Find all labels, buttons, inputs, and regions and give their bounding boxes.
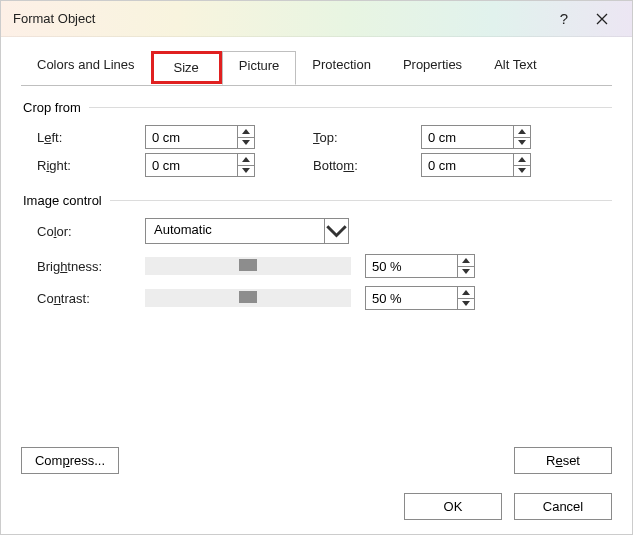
chevron-up-icon <box>518 157 526 162</box>
brightness-label: Brightness: <box>37 259 145 274</box>
dialog-content: Colors and Lines Size Picture Protection… <box>1 37 632 534</box>
divider <box>110 200 612 201</box>
chevron-down-icon <box>325 224 348 238</box>
dialog-title: Format Object <box>13 11 546 26</box>
brightness-slider[interactable] <box>145 257 351 275</box>
crop-row-2: Right: Bottom: <box>21 153 612 177</box>
color-select[interactable]: Automatic <box>145 218 349 244</box>
brightness-slider-thumb[interactable] <box>239 259 257 271</box>
chevron-up-icon <box>242 129 250 134</box>
bottom-spinner[interactable] <box>421 153 531 177</box>
bottom-button-row: Compress... Reset <box>21 447 612 474</box>
ok-button[interactable]: OK <box>404 493 502 520</box>
left-spinner[interactable] <box>145 125 255 149</box>
chevron-down-icon <box>242 140 250 145</box>
contrast-spin-buttons <box>457 287 474 309</box>
top-input[interactable] <box>422 126 513 148</box>
brightness-input[interactable] <box>366 255 457 277</box>
contrast-slider-thumb[interactable] <box>239 291 257 303</box>
tab-panel: Crop from Left: Top: <box>21 85 612 310</box>
chevron-down-icon <box>462 269 470 274</box>
bottom-input[interactable] <box>422 154 513 176</box>
help-button[interactable]: ? <box>546 5 582 33</box>
right-label: Right: <box>37 158 145 173</box>
color-select-toggle[interactable] <box>324 219 348 243</box>
tab-size[interactable]: Size <box>154 54 219 81</box>
tab-picture[interactable]: Picture <box>222 51 296 85</box>
contrast-spinner[interactable] <box>365 286 475 310</box>
size-tab-highlight: Size <box>151 51 222 84</box>
dialog-footer: OK Cancel <box>404 493 612 520</box>
tab-colors-and-lines[interactable]: Colors and Lines <box>21 51 151 84</box>
brightness-spin-buttons <box>457 255 474 277</box>
left-spin-buttons <box>237 126 254 148</box>
top-spinner[interactable] <box>421 125 531 149</box>
top-label: Top: <box>313 130 421 145</box>
divider <box>89 107 612 108</box>
bottom-label: Bottom: <box>313 158 421 173</box>
cancel-button[interactable]: Cancel <box>514 493 612 520</box>
brightness-row: Brightness: <box>21 254 612 278</box>
tab-strip: Colors and Lines Size Picture Protection… <box>21 51 632 85</box>
top-spin-up[interactable] <box>514 126 530 138</box>
tab-properties[interactable]: Properties <box>387 51 478 84</box>
chevron-down-icon <box>242 168 250 173</box>
left-spin-down[interactable] <box>238 138 254 149</box>
left-spin-up[interactable] <box>238 126 254 138</box>
chevron-up-icon <box>518 129 526 134</box>
group-crop-from: Crop from <box>23 100 612 115</box>
right-spinner[interactable] <box>145 153 255 177</box>
close-icon <box>596 13 608 25</box>
crop-row-1: Left: Top: <box>21 125 612 149</box>
group-crop-from-label: Crop from <box>23 100 81 115</box>
group-image-control-label: Image control <box>23 193 102 208</box>
contrast-label: Contrast: <box>37 291 145 306</box>
contrast-spin-up[interactable] <box>458 287 474 299</box>
brightness-spin-down[interactable] <box>458 267 474 278</box>
tab-alt-text[interactable]: Alt Text <box>478 51 552 84</box>
color-label: Color: <box>37 224 145 239</box>
close-button[interactable] <box>582 5 622 33</box>
left-label: Left: <box>37 130 145 145</box>
title-bar: Format Object ? <box>1 1 632 37</box>
chevron-up-icon <box>242 157 250 162</box>
chevron-up-icon <box>462 290 470 295</box>
contrast-spin-down[interactable] <box>458 299 474 310</box>
top-spin-down[interactable] <box>514 138 530 149</box>
chevron-up-icon <box>462 258 470 263</box>
chevron-down-icon <box>518 168 526 173</box>
right-spin-up[interactable] <box>238 154 254 166</box>
bottom-spin-buttons <box>513 154 530 176</box>
bottom-spin-down[interactable] <box>514 166 530 177</box>
right-input[interactable] <box>146 154 237 176</box>
tab-protection[interactable]: Protection <box>296 51 387 84</box>
reset-button[interactable]: Reset <box>514 447 612 474</box>
right-spin-buttons <box>237 154 254 176</box>
contrast-input[interactable] <box>366 287 457 309</box>
color-row: Color: Automatic <box>21 218 612 244</box>
top-spin-buttons <box>513 126 530 148</box>
format-object-dialog: Format Object ? Colors and Lines Size Pi… <box>0 0 633 535</box>
bottom-spin-up[interactable] <box>514 154 530 166</box>
brightness-spin-up[interactable] <box>458 255 474 267</box>
compress-button[interactable]: Compress... <box>21 447 119 474</box>
group-image-control: Image control <box>23 193 612 208</box>
right-spin-down[interactable] <box>238 166 254 177</box>
chevron-down-icon <box>518 140 526 145</box>
left-input[interactable] <box>146 126 237 148</box>
chevron-down-icon <box>462 301 470 306</box>
brightness-spinner[interactable] <box>365 254 475 278</box>
contrast-row: Contrast: <box>21 286 612 310</box>
color-select-value: Automatic <box>146 219 324 243</box>
contrast-slider[interactable] <box>145 289 351 307</box>
